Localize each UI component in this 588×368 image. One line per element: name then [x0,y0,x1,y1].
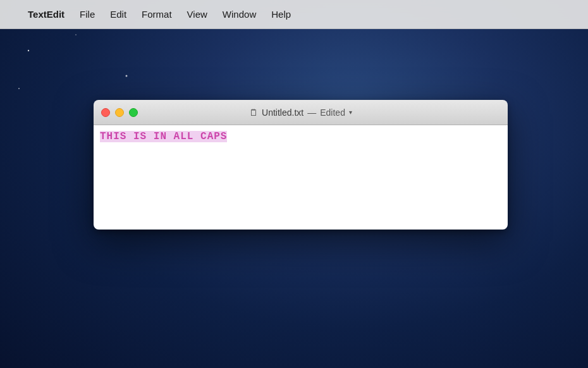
svg-point-1 [75,34,77,35]
window-filename: Untitled.txt [262,107,303,118]
maximize-button[interactable] [129,108,138,117]
file-menu[interactable]: File [72,0,102,29]
titlebar: 🗒 Untitled.txt — Edited ▾ [94,100,508,125]
apple-menu[interactable] [5,0,20,29]
svg-point-13 [18,88,20,89]
title-separator: — [307,107,316,118]
help-menu[interactable]: Help [264,0,298,29]
document-body[interactable]: THIS IS IN ALL CAPS [94,125,508,230]
traffic-lights [101,108,138,117]
app-name-menu[interactable]: TextEdit [20,0,72,29]
svg-point-0 [28,50,29,51]
window-menu[interactable]: Window [215,0,264,29]
svg-point-2 [126,75,128,77]
close-button[interactable] [101,108,110,117]
view-menu[interactable]: View [180,0,215,29]
menubar: TextEdit File Edit Format View Window He… [0,0,588,29]
window-title-area[interactable]: 🗒 Untitled.txt — Edited ▾ [249,107,352,118]
title-chevron-icon: ▾ [349,109,352,116]
document-text: THIS IS IN ALL CAPS [100,131,227,142]
edited-label: Edited [320,107,345,118]
minimize-button[interactable] [115,108,124,117]
desktop: TextEdit File Edit Format View Window He… [0,0,588,368]
format-menu[interactable]: Format [134,0,180,29]
edit-menu[interactable]: Edit [102,0,134,29]
document-icon: 🗒 [249,107,258,118]
textedit-window: 🗒 Untitled.txt — Edited ▾ THIS IS IN ALL… [94,100,508,230]
